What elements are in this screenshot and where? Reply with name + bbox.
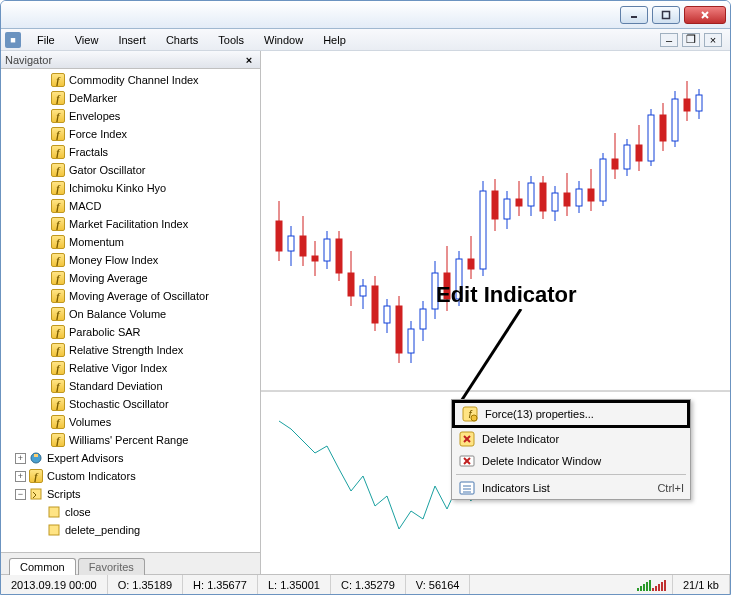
svg-rect-77 (672, 99, 678, 141)
tab-favorites[interactable]: Favorites (78, 558, 145, 575)
group-icon (29, 451, 43, 465)
svg-rect-47 (492, 191, 498, 219)
indicator-label: Fractals (69, 146, 108, 158)
properties-icon: f (461, 406, 479, 422)
svg-rect-11 (276, 221, 282, 251)
script-item[interactable]: close (1, 503, 260, 521)
tree-group[interactable]: −Scripts (1, 485, 260, 503)
navigator-close-icon[interactable]: × (242, 53, 256, 67)
close-button[interactable] (684, 6, 726, 24)
indicator-label: On Balance Volume (69, 308, 166, 320)
indicator-label: Gator Oscillator (69, 164, 145, 176)
tree-group[interactable]: +Expert Advisors (1, 449, 260, 467)
indicator-label: Standard Deviation (69, 380, 163, 392)
app-window: ■ FileViewInsertChartsToolsWindowHelp – … (0, 0, 731, 595)
indicator-item[interactable]: fMarket Facilitation Index (1, 215, 260, 233)
indicator-item[interactable]: fWilliams' Percent Range (1, 431, 260, 449)
expander-icon[interactable]: + (15, 471, 26, 482)
indicator-icon: f (51, 181, 65, 195)
ctx-label: Force(13) properties... (485, 408, 594, 420)
navigator-title: Navigator (5, 54, 52, 66)
svg-rect-45 (480, 191, 486, 269)
indicator-item[interactable]: fOn Balance Volume (1, 305, 260, 323)
svg-rect-49 (504, 199, 510, 219)
status-volume: V: 56164 (406, 575, 471, 594)
navigator-tabs: Common Favorites (1, 552, 260, 574)
indicator-item[interactable]: fMomentum (1, 233, 260, 251)
indicator-item[interactable]: fRelative Vigor Index (1, 359, 260, 377)
indicator-icon: f (51, 235, 65, 249)
menu-window[interactable]: Window (254, 32, 313, 48)
child-minimize-button[interactable]: – (660, 33, 678, 47)
indicator-item[interactable]: fVolumes (1, 413, 260, 431)
ctx-properties[interactable]: f Force(13) properties... (455, 403, 687, 425)
indicator-label: Momentum (69, 236, 124, 248)
menu-help[interactable]: Help (313, 32, 356, 48)
indicator-item[interactable]: fMoving Average of Oscillator (1, 287, 260, 305)
indicator-item[interactable]: fRelative Strength Index (1, 341, 260, 359)
svg-rect-33 (408, 329, 414, 353)
svg-rect-81 (696, 95, 702, 111)
indicator-item[interactable]: fIchimoku Kinko Hyo (1, 179, 260, 197)
indicator-item[interactable]: fDeMarker (1, 89, 260, 107)
indicator-label: Williams' Percent Range (69, 434, 188, 446)
indicator-icon: f (51, 325, 65, 339)
ctx-delete-indicator[interactable]: Delete Indicator (452, 428, 690, 450)
indicator-label: Market Facilitation Index (69, 218, 188, 230)
svg-rect-61 (576, 189, 582, 206)
indicator-icon: f (51, 91, 65, 105)
status-high: H: 1.35677 (183, 575, 258, 594)
indicator-item[interactable]: fGator Oscillator (1, 161, 260, 179)
titlebar (1, 1, 730, 29)
menu-insert[interactable]: Insert (108, 32, 156, 48)
indicator-item[interactable]: fEnvelopes (1, 107, 260, 125)
indicator-label: Relative Vigor Index (69, 362, 167, 374)
script-item[interactable]: delete_pending (1, 521, 260, 539)
indicator-icon: f (51, 127, 65, 141)
indicator-item[interactable]: fStandard Deviation (1, 377, 260, 395)
child-restore-button[interactable]: ❐ (682, 33, 700, 47)
svg-rect-57 (552, 193, 558, 211)
tab-common[interactable]: Common (9, 558, 76, 575)
indicator-item[interactable]: fCommodity Channel Index (1, 71, 260, 89)
maximize-button[interactable] (652, 6, 680, 24)
indicator-item[interactable]: fMoney Flow Index (1, 251, 260, 269)
menu-view[interactable]: View (65, 32, 109, 48)
child-close-button[interactable]: × (704, 33, 722, 47)
menu-tools[interactable]: Tools (208, 32, 254, 48)
minimize-button[interactable] (620, 6, 648, 24)
tree-group[interactable]: +fCustom Indicators (1, 467, 260, 485)
ctx-indicators-list[interactable]: Indicators List Ctrl+I (452, 477, 690, 499)
indicator-item[interactable]: fStochastic Oscillator (1, 395, 260, 413)
menu-file[interactable]: File (27, 32, 65, 48)
ctx-delete-window[interactable]: Delete Indicator Window (452, 450, 690, 472)
navigator-tree[interactable]: fCommodity Channel IndexfDeMarkerfEnvelo… (1, 69, 260, 552)
ctx-shortcut: Ctrl+I (657, 482, 684, 494)
svg-point-85 (471, 415, 477, 421)
svg-rect-75 (660, 115, 666, 141)
indicator-item[interactable]: fParabolic SAR (1, 323, 260, 341)
expander-icon[interactable]: − (15, 489, 26, 500)
svg-rect-63 (588, 189, 594, 201)
chart-area[interactable]: Edit Indicator f Force(13) properties...… (261, 51, 730, 574)
list-icon (458, 480, 476, 496)
svg-line-82 (456, 309, 521, 409)
indicator-icon: f (51, 433, 65, 447)
indicator-item[interactable]: fFractals (1, 143, 260, 161)
menu-charts[interactable]: Charts (156, 32, 208, 48)
indicator-icon: f (51, 289, 65, 303)
context-menu-separator (456, 474, 686, 475)
indicator-icon: f (51, 199, 65, 213)
expander-icon[interactable]: + (15, 453, 26, 464)
context-menu-highlighted: f Force(13) properties... (452, 400, 690, 428)
svg-rect-25 (360, 286, 366, 296)
indicator-item[interactable]: fMoving Average (1, 269, 260, 287)
indicator-item[interactable]: fForce Index (1, 125, 260, 143)
group-icon (29, 487, 43, 501)
svg-rect-35 (420, 309, 426, 329)
annotation-text: Edit Indicator (436, 282, 577, 308)
ctx-label: Delete Indicator (482, 433, 559, 445)
svg-rect-7 (49, 507, 59, 517)
svg-rect-31 (396, 306, 402, 353)
indicator-item[interactable]: fMACD (1, 197, 260, 215)
